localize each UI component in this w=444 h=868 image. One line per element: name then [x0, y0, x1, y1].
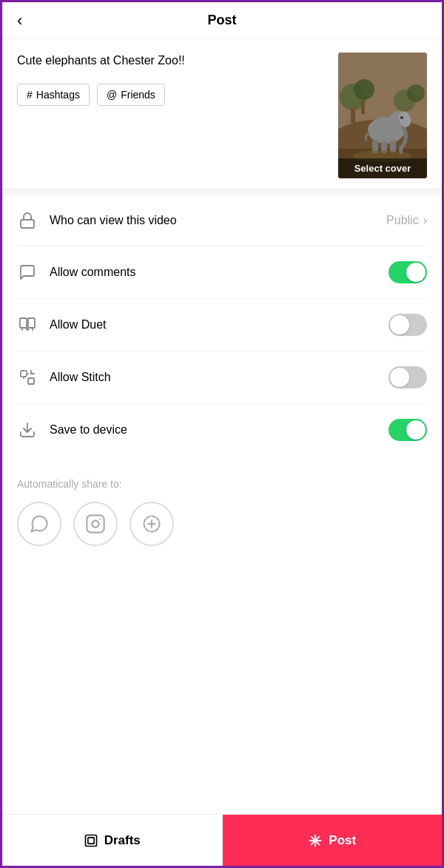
drafts-label: Drafts	[104, 833, 141, 848]
chevron-right-icon: ›	[423, 214, 427, 227]
select-cover-label[interactable]: Select cover	[338, 158, 427, 178]
comments-toggle[interactable]	[388, 261, 427, 283]
visibility-label: Who can view this video	[50, 214, 177, 227]
stitch-icon	[17, 367, 38, 388]
instagram-share-button[interactable]	[73, 502, 118, 546]
save-device-row: Save to device	[17, 404, 427, 456]
post-icon	[308, 833, 323, 848]
visibility-value: Public	[386, 214, 419, 227]
toggle-knob	[406, 263, 426, 282]
stitch-left: Allow Stitch	[17, 367, 111, 388]
bottom-action-bar: Drafts Post	[2, 814, 442, 866]
svg-point-4	[354, 79, 374, 100]
comments-label: Allow comments	[50, 266, 135, 279]
svg-rect-7	[351, 108, 355, 123]
visibility-right: Public ›	[386, 214, 427, 227]
svg-rect-18	[21, 220, 34, 228]
stitch-toggle[interactable]	[388, 366, 427, 388]
svg-point-26	[99, 518, 101, 519]
duet-row: Allow Duet	[17, 299, 427, 351]
stitch-label: Allow Stitch	[50, 371, 111, 384]
hashtags-button[interactable]: # Hashtags	[17, 84, 90, 106]
drafts-icon	[84, 833, 98, 848]
page-title: Post	[207, 13, 236, 28]
caption-area: Cute elephants at Chester Zoo!! # Hashta…	[2, 39, 442, 189]
visibility-row[interactable]: Who can view this video Public ›	[17, 195, 427, 246]
svg-point-25	[92, 520, 98, 527]
at-icon: @	[107, 89, 117, 101]
section-divider	[2, 189, 442, 195]
whatsapp-share-button[interactable]	[17, 502, 61, 546]
comments-left: Allow comments	[17, 262, 135, 283]
caption-left: Cute elephants at Chester Zoo!! # Hashta…	[17, 53, 326, 106]
settings-section: Who can view this video Public › Allow c…	[2, 195, 442, 456]
friends-label: Friends	[121, 89, 155, 101]
duet-label: Allow Duet	[50, 318, 106, 332]
hashtags-label: Hashtags	[36, 89, 80, 101]
video-thumbnail[interactable]: Select cover	[338, 53, 427, 178]
svg-rect-24	[87, 515, 104, 532]
svg-rect-31	[88, 837, 94, 843]
add-platform-icon	[141, 514, 162, 534]
visibility-left: Who can view this video	[17, 210, 177, 231]
hashtag-icon: #	[27, 89, 33, 101]
header: ‹ Post	[2, 2, 442, 39]
tag-buttons: # Hashtags @ Friends	[17, 84, 326, 106]
duet-left: Allow Duet	[17, 314, 106, 335]
post-label: Post	[329, 833, 356, 848]
comment-icon	[17, 262, 38, 283]
svg-rect-30	[85, 835, 96, 846]
svg-rect-19	[20, 318, 27, 328]
share-icons	[17, 502, 427, 546]
svg-rect-8	[361, 101, 365, 114]
svg-point-16	[400, 116, 403, 119]
toggle-knob	[390, 315, 409, 334]
instagram-icon	[85, 514, 106, 534]
svg-rect-21	[21, 371, 27, 377]
download-icon	[17, 420, 38, 440]
svg-rect-22	[28, 378, 34, 384]
stitch-row: Allow Stitch	[17, 351, 427, 404]
toggle-knob	[390, 368, 409, 387]
save-device-left: Save to device	[17, 420, 127, 440]
comments-row: Allow comments	[17, 246, 427, 299]
whatsapp-icon	[29, 514, 50, 534]
lock-icon	[17, 210, 38, 231]
friends-button[interactable]: @ Friends	[97, 84, 165, 106]
add-platform-button[interactable]	[130, 502, 174, 546]
back-button[interactable]: ‹	[17, 13, 22, 29]
drafts-button[interactable]: Drafts	[2, 815, 223, 866]
duet-toggle[interactable]	[388, 314, 427, 336]
toggle-knob	[406, 420, 426, 440]
caption-text: Cute elephants at Chester Zoo!!	[17, 53, 326, 69]
save-device-label: Save to device	[50, 423, 127, 437]
post-button[interactable]: Post	[223, 815, 443, 866]
svg-point-6	[407, 84, 425, 102]
share-section: Automatically share to:	[2, 456, 442, 561]
duet-icon	[17, 314, 38, 335]
save-device-toggle[interactable]	[388, 419, 427, 441]
svg-rect-20	[28, 318, 35, 328]
share-label: Automatically share to:	[17, 478, 427, 490]
